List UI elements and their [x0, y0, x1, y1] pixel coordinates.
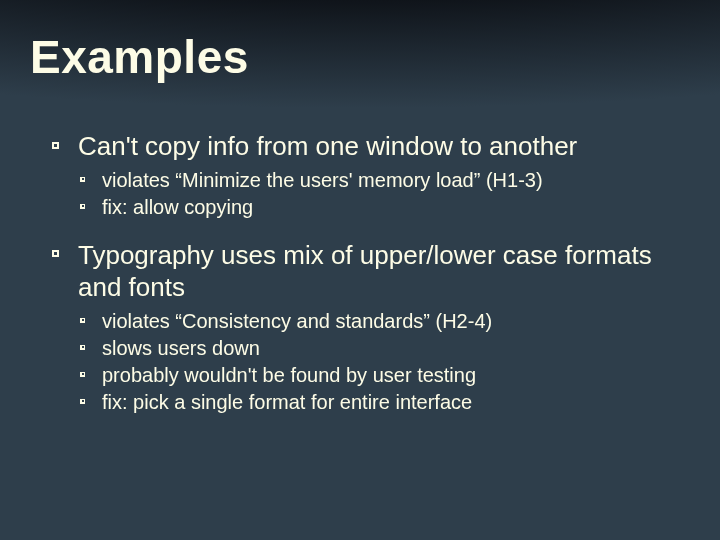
bullet-lvl2: fix: pick a single format for entire int… — [78, 389, 690, 416]
bullet-icon — [80, 318, 85, 323]
bullet-lvl2: fix: allow copying — [78, 194, 690, 221]
bullet-text: fix: allow copying — [102, 196, 253, 218]
bullet-lvl2: slows users down — [78, 335, 690, 362]
bullet-text: violates “Minimize the users' memory loa… — [102, 169, 543, 191]
bullet-icon — [80, 204, 85, 209]
bullet-icon — [80, 372, 85, 377]
bullet-block-0: Can't copy info from one window to anoth… — [50, 130, 690, 221]
slide-content: Can't copy info from one window to anoth… — [50, 130, 690, 434]
bullet-lvl2: violates “Minimize the users' memory loa… — [78, 167, 690, 194]
bullet-block-1: Typography uses mix of upper/lower case … — [50, 239, 690, 416]
bullet-icon — [52, 250, 59, 257]
bullet-icon — [52, 142, 59, 149]
sub-group: violates “Minimize the users' memory loa… — [78, 167, 690, 221]
bullet-text: slows users down — [102, 337, 260, 359]
bullet-lvl1: Can't copy info from one window to anoth… — [50, 130, 690, 163]
bullet-lvl2: violates “Consistency and standards” (H2… — [78, 308, 690, 335]
bullet-text: Typography uses mix of upper/lower case … — [78, 240, 652, 303]
bullet-text: fix: pick a single format for entire int… — [102, 391, 472, 413]
bullet-icon — [80, 399, 85, 404]
bullet-lvl1: Typography uses mix of upper/lower case … — [50, 239, 690, 304]
bullet-icon — [80, 345, 85, 350]
bullet-lvl2: probably wouldn't be found by user testi… — [78, 362, 690, 389]
bullet-text: probably wouldn't be found by user testi… — [102, 364, 476, 386]
bullet-icon — [80, 177, 85, 182]
slide-title: Examples — [30, 30, 249, 84]
bullet-text: violates “Consistency and standards” (H2… — [102, 310, 492, 332]
bullet-text: Can't copy info from one window to anoth… — [78, 131, 577, 161]
sub-group: violates “Consistency and standards” (H2… — [78, 308, 690, 416]
